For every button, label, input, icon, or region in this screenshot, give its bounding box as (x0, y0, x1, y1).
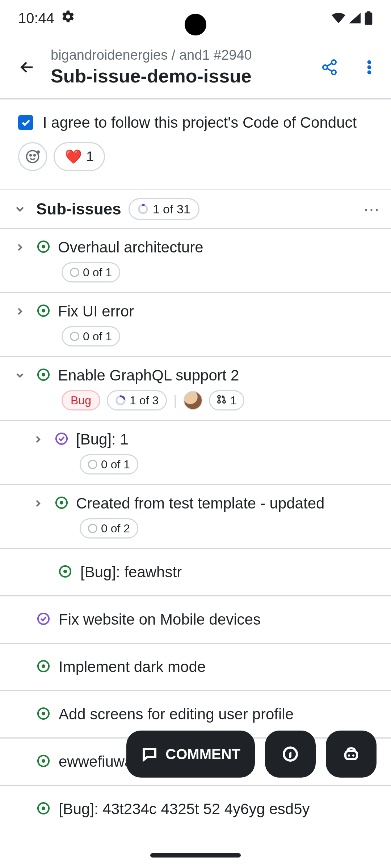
issue-progress: 1 of 3 (107, 390, 167, 410)
progress-text: 1 of 31 (153, 202, 190, 216)
label-bug[interactable]: Bug (62, 390, 100, 410)
issue-row[interactable]: Created from test template - updated 0 o… (0, 485, 391, 549)
issue-progress: 0 of 2 (80, 518, 138, 539)
open-issue-icon (36, 303, 51, 319)
info-button[interactable] (265, 731, 316, 778)
reaction-heart[interactable]: ❤️ 1 (54, 142, 105, 171)
svg-point-24 (60, 501, 63, 505)
open-issue-icon (54, 495, 69, 511)
android-navbar[interactable] (0, 843, 391, 868)
svg-point-35 (42, 807, 45, 810)
issue-progress: 0 of 1 (62, 326, 120, 346)
issue-title: [Bug]: 43t234c 4325t 52 4y6yg esd5y (59, 800, 310, 818)
comment-label: COMMENT (165, 746, 240, 762)
open-issue-icon (36, 801, 51, 817)
svg-point-20 (218, 400, 220, 403)
chevron-right-icon[interactable] (29, 494, 47, 512)
open-issue-icon (58, 564, 72, 580)
issue-row[interactable]: Implement dark mode (0, 644, 391, 691)
chevron-right-icon[interactable] (11, 302, 29, 320)
add-reaction-button[interactable] (18, 142, 47, 171)
chevron-down-icon[interactable] (11, 366, 29, 384)
issue-row[interactable]: [Bug]: feawhstr (0, 549, 391, 596)
svg-point-39 (352, 754, 354, 757)
code-of-conduct-row: I agree to follow this project's Code of… (0, 99, 391, 142)
subissues-progress: 1 of 31 (129, 198, 199, 220)
page-title: Sub-issue-demo-issue (51, 65, 304, 87)
heart-icon: ❤️ (65, 149, 82, 165)
svg-point-7 (368, 71, 371, 74)
svg-point-26 (63, 570, 67, 573)
assignee-avatar[interactable] (184, 391, 202, 410)
issue-row[interactable]: [Bug]: 1 0 of 1 (0, 421, 391, 485)
open-issue-icon (36, 239, 51, 255)
comment-button[interactable]: COMMENT (126, 731, 255, 778)
chevron-down-icon[interactable] (11, 200, 29, 218)
issue-progress: 0 of 1 (62, 262, 120, 282)
status-time: 10:44 (18, 10, 54, 26)
separator: | (173, 393, 177, 408)
open-issue-icon (36, 367, 51, 383)
open-issue-icon (36, 706, 51, 722)
back-button[interactable] (14, 55, 40, 80)
svg-rect-1 (367, 11, 370, 13)
share-button[interactable] (315, 53, 344, 82)
chevron-right-icon[interactable] (29, 430, 47, 448)
svg-point-6 (368, 65, 371, 69)
copilot-button[interactable] (326, 731, 377, 778)
issue-title: Created from test template - updated (76, 495, 324, 512)
svg-rect-0 (365, 13, 373, 25)
progress-ring-icon (115, 395, 126, 406)
open-issue-icon (36, 659, 51, 675)
issue-title: [Bug]: feawhstr (80, 563, 182, 581)
svg-point-29 (42, 664, 45, 668)
closed-issue-icon (54, 431, 69, 447)
svg-point-3 (323, 65, 327, 69)
ring-icon (88, 524, 97, 533)
svg-rect-37 (345, 751, 357, 759)
chevron-right-icon[interactable] (11, 238, 29, 256)
svg-point-2 (332, 60, 336, 64)
svg-point-13 (42, 245, 45, 248)
info-icon (282, 745, 299, 763)
checkbox-checked[interactable] (18, 115, 33, 130)
svg-point-31 (42, 712, 45, 715)
progress-ring-icon (138, 204, 148, 214)
issue-title: Fix UI error (58, 303, 134, 320)
ring-icon (88, 460, 97, 469)
svg-point-9 (30, 155, 31, 156)
comment-icon (141, 745, 158, 763)
pr-count[interactable]: 1 (209, 390, 244, 410)
svg-point-17 (42, 373, 45, 376)
issue-title: Enable GraphQL support 2 (58, 367, 239, 384)
ring-icon (70, 332, 79, 341)
issue-progress: 0 of 1 (80, 454, 138, 475)
coc-text: I agree to follow this project's Code of… (43, 114, 357, 131)
issue-row[interactable]: Enable GraphQL support 2 Bug 1 of 3 | 1 (0, 357, 391, 421)
breadcrumb[interactable]: bigandroidenergies / and1 #2940 (51, 47, 304, 63)
issue-row[interactable]: Overhaul architecture 0 of 1 (0, 229, 391, 293)
svg-point-19 (218, 395, 220, 398)
svg-point-4 (332, 70, 336, 75)
issue-title: Overhaul architecture (58, 239, 203, 256)
issue-row[interactable]: [Bug]: 43t234c 4325t 52 4y6yg esd5y (0, 786, 391, 818)
issue-row[interactable]: Fix website on Mobile devices (0, 596, 391, 644)
subissues-header[interactable]: Sub-issues 1 of 31 ⋯ (0, 190, 391, 229)
battery-icon (364, 11, 373, 25)
more-button[interactable] (355, 53, 384, 82)
svg-point-38 (348, 754, 350, 757)
subissues-more-icon[interactable]: ⋯ (363, 200, 380, 218)
issue-title: [Bug]: 1 (76, 431, 129, 448)
svg-point-5 (368, 60, 371, 64)
home-indicator (150, 853, 241, 858)
svg-point-11 (139, 205, 147, 213)
svg-point-10 (34, 155, 35, 156)
status-icons (332, 11, 373, 25)
issue-title: Implement dark mode (59, 658, 206, 676)
ring-icon (70, 268, 79, 277)
svg-point-21 (223, 400, 225, 403)
signal-icon (349, 13, 361, 24)
issue-row[interactable]: Fix UI error 0 of 1 (0, 293, 391, 357)
subissues-title: Sub-issues (36, 200, 121, 218)
svg-point-15 (42, 309, 45, 312)
